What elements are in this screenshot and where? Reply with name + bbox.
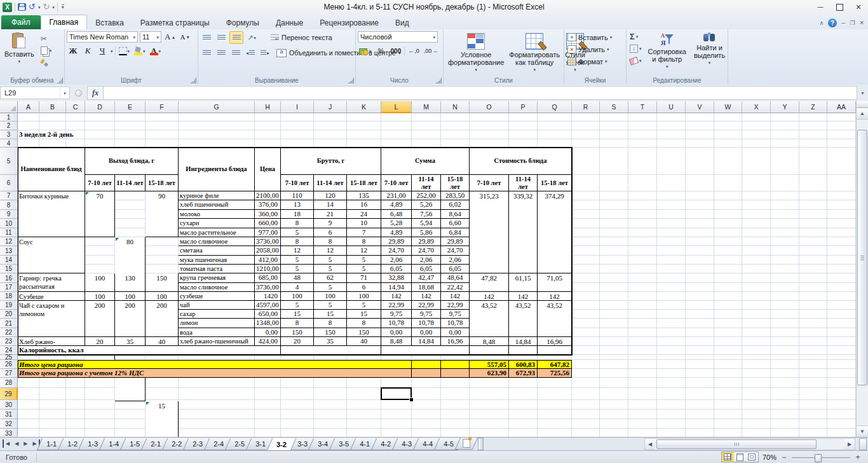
select-all-corner[interactable] <box>0 101 18 113</box>
cell-P16[interactable]: 61,15 <box>509 273 538 292</box>
zoom-in-button[interactable]: + <box>854 453 862 462</box>
cell-K10[interactable]: 10 <box>347 219 381 228</box>
col-header-O[interactable]: O <box>470 101 509 113</box>
undo-icon[interactable]: ↺ <box>29 3 36 11</box>
help-icon[interactable]: ? <box>828 18 837 27</box>
col-header-K[interactable]: K <box>347 101 381 113</box>
cell-D19[interactable]: 200 <box>85 301 115 337</box>
cell-N9[interactable]: 8,64 <box>441 210 470 219</box>
cell-D16[interactable]: 100 <box>85 273 115 292</box>
cell-D18[interactable]: 100 <box>85 292 115 301</box>
cell-F18[interactable]: 100 <box>146 292 179 301</box>
col-header-R[interactable]: R <box>572 101 600 113</box>
vertical-scroll-thumb[interactable] <box>857 130 867 385</box>
cell-E16[interactable]: 130 <box>115 273 146 292</box>
cell-I7[interactable]: 110 <box>281 191 314 200</box>
cell-I15[interactable]: 5 <box>281 265 314 273</box>
cell-F23[interactable]: 40 <box>146 337 179 346</box>
cell-I19[interactable]: 5 <box>281 301 314 310</box>
cell-J21[interactable]: 8 <box>314 319 347 328</box>
tab-file[interactable]: Файл <box>1 15 41 29</box>
cell-D7[interactable]: 70 <box>85 191 115 237</box>
row-header-10[interactable]: 10 <box>0 219 18 228</box>
col-header-B[interactable]: B <box>39 101 66 113</box>
tab-Главная[interactable]: Главная <box>41 15 88 29</box>
cell-K15[interactable]: 5 <box>347 265 381 273</box>
cell-M7[interactable]: 252,00 <box>412 191 441 200</box>
row-header-27[interactable]: 27 <box>0 369 18 378</box>
cell-H8[interactable]: 376,00 <box>255 200 281 210</box>
cell-M15[interactable]: 6,05 <box>412 265 441 273</box>
cell-H22[interactable]: 0,00 <box>255 328 281 337</box>
cell-I5[interactable]: Брутто, г <box>281 148 381 175</box>
cell-P19[interactable]: 43,52 <box>509 301 538 337</box>
cell-L20[interactable]: 9,75 <box>381 310 412 319</box>
cell-K13[interactable]: 12 <box>347 246 381 256</box>
cell-I24[interactable] <box>281 346 381 355</box>
tab-Разметка страницы[interactable]: Разметка страницы <box>132 16 218 29</box>
comma-style-button[interactable]: 000 <box>390 45 403 57</box>
tab-Вид[interactable]: Вид <box>387 16 417 29</box>
page-layout-view-button[interactable] <box>734 452 746 462</box>
col-header-G[interactable]: G <box>179 101 255 113</box>
font-size-select[interactable]: 11▾ <box>140 31 161 43</box>
zoom-slider[interactable] <box>792 453 850 461</box>
cell-I23[interactable]: 20 <box>281 337 314 346</box>
row-header-26[interactable]: 26 <box>0 360 18 369</box>
undo-dropdown-icon[interactable]: ▾ <box>38 5 41 10</box>
row-header-30[interactable]: 30 <box>0 400 18 410</box>
cell-G12[interactable]: масло сливочное <box>179 237 255 246</box>
sort-filter-button[interactable]: АЯ Сортировка и фильтр ▾ <box>646 31 689 76</box>
cell-N12[interactable]: 29,89 <box>441 237 470 246</box>
cell-K16[interactable]: 71 <box>347 273 381 283</box>
cell-N6[interactable]: 15-18 лет <box>441 175 470 191</box>
selection-L29[interactable] <box>381 387 412 400</box>
row-header-5[interactable]: 5 <box>0 148 18 175</box>
cell-O26[interactable]: 557,05 <box>470 360 509 369</box>
shrink-font-button[interactable]: А▼ <box>179 31 191 43</box>
insert-cells-button[interactable]: + Вставить▾ <box>566 31 624 43</box>
cell-A5[interactable]: Наименование блюд <box>18 148 85 191</box>
cell-L19[interactable]: 22,99 <box>381 301 412 310</box>
col-header-F[interactable]: F <box>146 101 179 113</box>
cell-L17[interactable]: 14,94 <box>381 283 412 292</box>
cell-I13[interactable]: 12 <box>281 246 314 256</box>
conditional-formatting-button[interactable]: Условное форматирование ▾ <box>445 32 506 76</box>
cell-G22[interactable]: вода <box>179 328 255 337</box>
col-header-V[interactable]: V <box>686 101 714 113</box>
cell-K11[interactable]: 7 <box>347 228 381 237</box>
name-box[interactable]: L29 ▾ <box>0 86 70 99</box>
cell-G14[interactable]: мука пшеничная <box>179 256 255 265</box>
scroll-right-icon[interactable]: ▶ <box>844 439 855 450</box>
cell-H7[interactable]: 2100,00 <box>255 191 281 200</box>
page-break-view-button[interactable] <box>746 452 758 462</box>
col-header-AA[interactable]: AA <box>827 101 856 113</box>
cell-H15[interactable]: 1210,00 <box>255 265 281 273</box>
cell-O27[interactable]: 623,90 <box>470 369 509 378</box>
cell-Q27[interactable]: 725,56 <box>538 369 572 378</box>
col-header-T[interactable]: T <box>628 101 657 113</box>
horizontal-scroll-thumb[interactable] <box>656 439 817 449</box>
cell-A7[interactable]: Биточки куриные <box>18 191 85 237</box>
vertical-scrollbar[interactable]: ▲ ▼ <box>856 101 868 437</box>
cell-I8[interactable]: 13 <box>281 200 314 210</box>
cell-G13[interactable]: сметана <box>179 246 255 256</box>
increase-indent-button[interactable]: ▸ <box>259 47 271 59</box>
cell-J6[interactable]: 11-14 лет <box>314 175 347 191</box>
cell-H5[interactable]: Цена <box>255 148 281 191</box>
row-header-18[interactable]: 18 <box>0 292 18 301</box>
cell-N7[interactable]: 283,50 <box>441 191 470 200</box>
col-header-D[interactable]: D <box>85 101 115 113</box>
clear-button[interactable]: ▾ <box>628 55 643 66</box>
col-header-H[interactable]: H <box>255 101 281 113</box>
cell-Q7[interactable]: 374,29 <box>538 191 572 273</box>
cell-K14[interactable]: 5 <box>347 256 381 265</box>
cell-I21[interactable]: 8 <box>281 319 314 328</box>
row-header-33[interactable]: 33 <box>0 429 18 437</box>
cell-G19[interactable]: чай <box>179 301 255 310</box>
cell-M10[interactable]: 5,94 <box>412 219 441 228</box>
cell-K21[interactable]: 8 <box>347 319 381 328</box>
scroll-up-icon[interactable]: ▲ <box>857 108 868 120</box>
row-header-32[interactable]: 32 <box>0 419 18 429</box>
cell-H14[interactable]: 412,00 <box>255 256 281 265</box>
